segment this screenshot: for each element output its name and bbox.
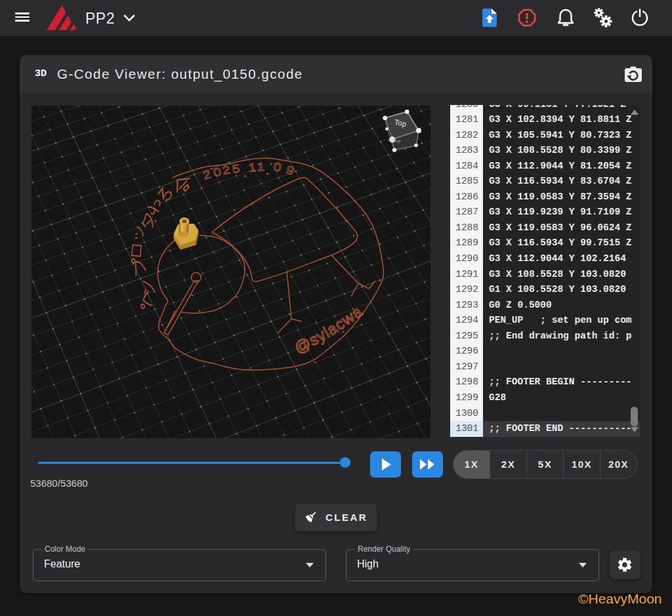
svg-text:.: . bbox=[266, 164, 270, 177]
svg-text:5: 5 bbox=[232, 161, 241, 175]
svg-text:1: 1 bbox=[247, 161, 256, 175]
svg-text:0: 0 bbox=[273, 160, 282, 174]
svg-text:2: 2 bbox=[221, 163, 231, 177]
svg-text:1: 1 bbox=[257, 160, 264, 174]
svg-text:9: 9 bbox=[285, 163, 296, 178]
svg-text:.: . bbox=[242, 166, 247, 180]
svg-text:2: 2 bbox=[201, 167, 213, 182]
